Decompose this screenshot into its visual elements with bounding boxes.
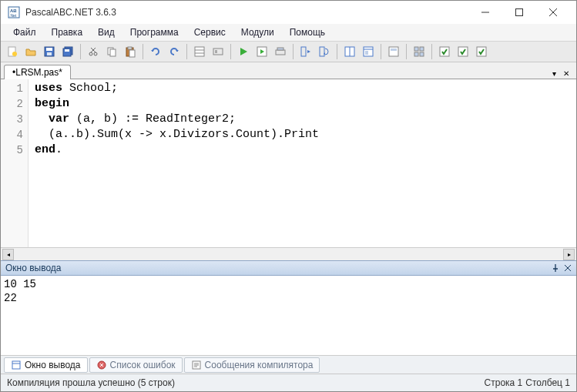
svg-rect-50 <box>12 361 20 369</box>
output-panel-body[interactable]: 10 15 22 <box>1 276 576 356</box>
open-file-icon[interactable] <box>22 43 39 60</box>
menu-program[interactable]: Программа <box>124 25 185 39</box>
output-window-icon <box>11 360 22 370</box>
svg-rect-11 <box>47 52 52 55</box>
status-message: Компиляция прошла успешно (5 строк) <box>7 377 175 388</box>
svg-rect-31 <box>277 48 283 50</box>
code-line[interactable]: end. <box>35 142 570 158</box>
paste-icon[interactable] <box>122 43 139 60</box>
toolbar-separator <box>80 44 81 59</box>
bottom-tab-output[interactable]: Окно вывода <box>4 357 88 373</box>
svg-rect-10 <box>46 48 52 51</box>
run-icon[interactable] <box>235 43 252 60</box>
toolbox-icon[interactable] <box>411 43 428 60</box>
svg-rect-14 <box>65 49 69 52</box>
minimize-button[interactable] <box>468 2 502 23</box>
menu-file[interactable]: Файл <box>7 25 42 39</box>
svg-rect-28 <box>215 50 217 53</box>
save-icon[interactable] <box>41 43 58 60</box>
tab-close-icon[interactable]: ✕ <box>561 68 572 79</box>
output-panel-header: Окно вывода <box>1 260 576 276</box>
code-line[interactable]: uses School; <box>35 81 570 96</box>
scroll-left-icon[interactable]: ◂ <box>2 249 14 260</box>
code-line[interactable]: var (a, b) := ReadInteger2; <box>35 112 570 127</box>
bottom-tab-compiler[interactable]: Сообщения компилятора <box>184 357 320 373</box>
menu-help[interactable]: Помощь <box>283 25 331 39</box>
check3-icon[interactable] <box>473 43 490 60</box>
scroll-right-icon[interactable]: ▸ <box>563 249 575 260</box>
undo-icon[interactable] <box>147 43 164 60</box>
svg-rect-41 <box>414 47 418 51</box>
svg-rect-30 <box>276 50 285 55</box>
line-number: 3 <box>1 112 23 127</box>
tab-label: •LRSM.pas* <box>12 67 62 78</box>
close-panel-icon[interactable] <box>564 264 572 272</box>
compile-icon[interactable] <box>272 43 289 60</box>
statusbar: Компиляция прошла успешно (5 строк) Стро… <box>1 374 576 391</box>
line-number: 2 <box>1 96 23 112</box>
tab-dropdown-icon[interactable]: ▾ <box>548 68 559 79</box>
pin-icon[interactable] <box>552 264 559 272</box>
properties-icon[interactable] <box>191 43 208 60</box>
editor-hscroll[interactable]: ◂ ▸ <box>1 247 576 260</box>
menu-view[interactable]: Вид <box>92 25 121 39</box>
output-panel-title: Окно вывода <box>5 263 62 273</box>
step-icon[interactable] <box>297 43 314 60</box>
svg-rect-39 <box>389 47 398 56</box>
check1-icon[interactable] <box>436 43 453 60</box>
module-icon[interactable] <box>210 43 226 60</box>
line-number: 1 <box>1 81 23 96</box>
new-file-icon[interactable] <box>4 43 21 60</box>
menu-modules[interactable]: Модули <box>235 25 280 39</box>
window-tile-icon[interactable] <box>341 43 358 60</box>
editor-tabbar: •LRSM.pas* ▾ ✕ <box>1 62 576 79</box>
status-line: Строка 1 <box>485 377 523 388</box>
menu-edit[interactable]: Правка <box>45 25 89 39</box>
status-column: Столбец 1 <box>525 377 570 388</box>
line-number: 4 <box>1 127 23 142</box>
toolbar-separator <box>337 44 337 59</box>
code-area[interactable]: uses School;begin var (a, b) := ReadInte… <box>29 79 576 247</box>
close-button[interactable] <box>536 2 570 23</box>
step-over-icon[interactable] <box>316 43 333 60</box>
run-no-debug-icon[interactable] <box>253 43 270 60</box>
svg-rect-33 <box>320 47 324 56</box>
titlebar: AB.Net PascalABC.NET 3.6.3 <box>1 1 576 24</box>
toolbar-separator <box>186 44 187 59</box>
svg-rect-22 <box>128 47 132 49</box>
bottom-tab-errors[interactable]: Список ошибок <box>89 357 183 373</box>
svg-rect-20 <box>110 49 116 56</box>
code-line[interactable]: (a..b).Sum(x -> x.Divizors.Count).Print <box>35 127 570 142</box>
line-gutter: 12345 <box>1 79 29 247</box>
toolbar-separator <box>406 44 407 59</box>
svg-rect-23 <box>129 50 135 57</box>
bottom-tab-label: Окно вывода <box>25 360 81 370</box>
copy-icon[interactable] <box>103 43 120 60</box>
editor[interactable]: 12345 uses School;begin var (a, b) := Re… <box>1 79 576 247</box>
cut-icon[interactable] <box>85 43 102 60</box>
menu-service[interactable]: Сервис <box>188 25 232 39</box>
svg-rect-43 <box>414 52 418 56</box>
svg-point-8 <box>12 52 17 56</box>
svg-rect-38 <box>365 51 368 55</box>
svg-text:.Net: .Net <box>9 13 17 18</box>
form-design-icon[interactable] <box>385 43 402 60</box>
svg-rect-27 <box>213 49 223 55</box>
svg-point-16 <box>94 52 97 55</box>
svg-rect-32 <box>301 47 306 56</box>
menubar: Файл Правка Вид Программа Сервис Модули … <box>1 24 576 41</box>
compiler-messages-icon <box>191 360 202 370</box>
maximize-button[interactable] <box>502 2 536 23</box>
save-all-icon[interactable] <box>59 43 76 60</box>
window-cascade-icon[interactable] <box>360 43 377 60</box>
check2-icon[interactable] <box>455 43 471 60</box>
svg-point-15 <box>89 52 92 55</box>
bottom-tab-label: Список ошибок <box>110 360 176 370</box>
file-tab[interactable]: •LRSM.pas* <box>4 65 71 79</box>
redo-icon[interactable] <box>166 43 183 60</box>
window-title: PascalABC.NET 3.6.3 <box>25 7 468 18</box>
window-controls <box>468 2 570 23</box>
code-line[interactable]: begin <box>35 96 570 112</box>
toolbar-separator <box>293 44 294 59</box>
svg-rect-40 <box>391 49 397 51</box>
